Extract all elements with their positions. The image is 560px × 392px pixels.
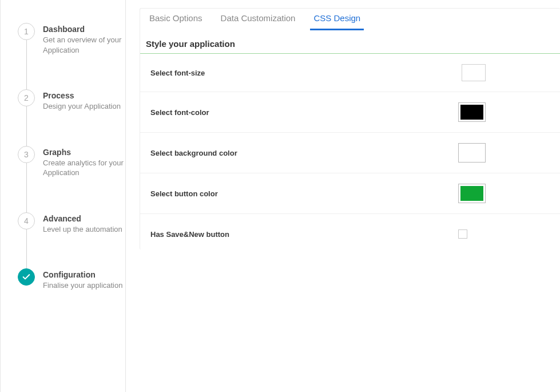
- step-description: Get an overview of your Application: [43, 35, 125, 55]
- bg-color-swatch[interactable]: [458, 143, 486, 163]
- settings-panel: Basic Options Data Customization CSS Des…: [140, 8, 560, 250]
- step-number-icon: 4: [18, 212, 35, 229]
- step-graphs[interactable]: 3 Graphs Create analytics for your Appli…: [18, 146, 125, 178]
- step-process[interactable]: 2 Process Design your Application: [18, 89, 125, 112]
- section-title: Style your application: [140, 31, 560, 54]
- tab-basic-options[interactable]: Basic Options: [146, 9, 206, 30]
- row-button-color: Select button color: [140, 173, 560, 214]
- color-swatch-inner: [460, 105, 483, 120]
- step-number-icon: 3: [18, 146, 35, 163]
- step-title: Graphs: [43, 148, 125, 157]
- step-advanced[interactable]: 4 Advanced Level up the automation: [18, 212, 125, 235]
- font-color-swatch[interactable]: [458, 102, 486, 122]
- row-background-color: Select background color: [140, 133, 560, 173]
- step-description: Design your Application: [43, 101, 121, 112]
- font-size-label: Select font-size: [150, 69, 205, 77]
- tabs: Basic Options Data Customization CSS Des…: [140, 9, 560, 31]
- tab-data-customization[interactable]: Data Customization: [217, 9, 299, 30]
- save-new-label: Has Save&New button: [150, 230, 229, 239]
- step-dashboard[interactable]: 1 Dashboard Get an overview of your Appl…: [18, 23, 125, 55]
- row-font-color: Select font-color: [140, 92, 560, 133]
- step-description: Level up the automation: [43, 224, 122, 235]
- step-number-icon: 2: [18, 89, 35, 106]
- sidebar: 1 Dashboard Get an overview of your Appl…: [0, 0, 126, 392]
- tab-css-design[interactable]: CSS Design: [310, 9, 364, 30]
- step-description: Create analytics for your Application: [43, 158, 125, 178]
- main-content: Basic Options Data Customization CSS Des…: [126, 0, 560, 392]
- step-title: Configuration: [43, 270, 122, 279]
- step-list: 1 Dashboard Get an overview of your Appl…: [18, 23, 125, 291]
- step-description: Finalise your application: [43, 280, 122, 291]
- step-number-icon: 1: [18, 23, 35, 40]
- color-swatch-inner: [460, 186, 483, 201]
- row-font-size: Select font-size: [140, 54, 560, 92]
- color-swatch-inner: [460, 145, 483, 160]
- font-color-label: Select font-color: [150, 108, 209, 117]
- step-configuration[interactable]: Configuration Finalise your application: [18, 268, 125, 291]
- step-title: Dashboard: [43, 25, 125, 34]
- row-save-new: Has Save&New button: [140, 214, 560, 250]
- step-title: Process: [43, 91, 121, 100]
- step-title: Advanced: [43, 214, 122, 223]
- bg-color-label: Select background color: [150, 149, 237, 157]
- button-color-label: Select button color: [150, 189, 218, 198]
- font-size-input[interactable]: [462, 64, 486, 81]
- save-new-checkbox[interactable]: [458, 229, 467, 239]
- button-color-swatch[interactable]: [458, 184, 486, 203]
- check-icon: [18, 268, 35, 286]
